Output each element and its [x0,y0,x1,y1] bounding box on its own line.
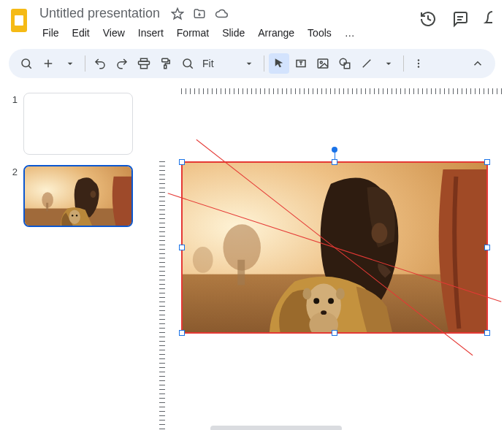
ruler-corner [153,82,167,96]
toolbar: Fit [9,49,495,78]
separator [264,55,264,72]
resize-handle-ml[interactable] [179,245,185,250]
svg-point-43 [372,223,388,243]
thumbnail-panel: 1 2 [0,82,153,430]
separator [85,55,85,72]
menu-file[interactable]: File [37,24,65,42]
svg-point-29 [417,66,419,67]
menu-insert[interactable]: Insert [132,24,169,42]
thumbnail-blank [24,93,132,154]
menu-bar: File Edit View Insert Format Slide Arran… [37,24,419,42]
document-title[interactable]: Untitled presentation [37,4,163,23]
slides-logo[interactable] [9,7,29,34]
svg-point-28 [417,63,419,64]
svg-rect-21 [318,59,328,68]
svg-point-46 [313,298,319,304]
resize-handle-tr[interactable] [484,159,490,165]
svg-point-42 [193,247,213,273]
rotate-handle[interactable] [332,147,337,153]
undo-button[interactable] [90,53,110,74]
title-area: Untitled presentation File Edit View Ins… [37,4,419,42]
svg-point-36 [72,215,73,216]
more-tools-button[interactable] [408,53,429,74]
svg-rect-12 [141,65,148,69]
svg-point-49 [302,288,311,299]
star-icon[interactable] [170,7,185,21]
menu-slide[interactable]: Slide [216,24,251,42]
resize-handle-tm[interactable] [332,159,337,165]
thumbnail-number: 1 [7,93,18,105]
thumbnail-slide-2[interactable] [23,165,133,227]
svg-rect-14 [164,65,167,69]
menu-tools[interactable]: Tools [302,24,337,42]
scrollbar-thumb[interactable] [210,426,342,430]
thumbnail-row: 1 [7,93,146,155]
svg-point-22 [320,61,322,64]
app-header: Untitled presentation File Edit View Ins… [0,0,504,42]
slide-canvas-area [153,82,504,430]
redo-button[interactable] [112,53,132,74]
line-tool-dropdown[interactable] [378,53,399,74]
menu-edit[interactable]: Edit [66,24,96,42]
menu-view[interactable]: View [97,24,131,42]
print-button[interactable] [134,53,154,74]
thumbnail-number: 2 [7,165,18,177]
svg-marker-3 [172,8,183,18]
thumbnail-row: 2 [7,165,146,227]
line-tool[interactable] [356,53,377,74]
svg-point-47 [328,298,334,304]
thumbnail-slide-1[interactable] [23,93,133,155]
notifications-icon[interactable] [484,10,492,28]
resize-handle-tl[interactable] [179,159,185,165]
menu-more[interactable]: … [339,24,361,42]
thumbnail-image-preview [25,166,131,226]
svg-marker-26 [386,63,391,65]
menu-format[interactable]: Format [171,24,215,42]
paint-format-button[interactable] [156,53,176,74]
zoom-control[interactable]: Fit [177,53,259,74]
svg-rect-33 [46,203,48,212]
comment-icon[interactable] [451,10,469,28]
toolbar-container: Fit [0,45,504,82]
vertical-ruler[interactable] [153,96,167,430]
svg-rect-41 [237,260,245,285]
svg-point-48 [321,310,327,315]
header-right [419,4,495,28]
svg-rect-13 [162,58,168,62]
resize-handle-mr[interactable] [484,245,490,250]
main-area: 1 2 [0,82,504,430]
collapse-toolbar-button[interactable] [467,53,488,74]
separator [403,55,404,72]
zoom-dropdown[interactable] [239,53,259,74]
search-menus-button[interactable] [16,53,37,74]
svg-point-35 [69,210,80,223]
selected-image-object[interactable] [181,161,488,334]
horizontal-ruler[interactable] [167,82,504,96]
textbox-tool[interactable] [291,53,311,74]
new-slide-button[interactable] [38,53,58,74]
select-tool[interactable] [269,53,289,74]
svg-marker-10 [68,63,73,65]
shape-tool[interactable] [335,53,355,74]
svg-rect-24 [344,63,350,69]
svg-point-34 [91,191,96,198]
zoom-label: Fit [201,58,215,69]
svg-point-27 [417,59,419,61]
svg-point-15 [183,59,191,67]
slide-viewport[interactable] [167,96,504,430]
image-tool[interactable] [313,53,333,74]
svg-line-7 [28,66,31,68]
svg-point-23 [340,58,346,65]
horizontal-scrollbar[interactable] [167,425,504,430]
resize-handle-br[interactable] [484,330,490,336]
new-slide-dropdown[interactable] [60,53,80,74]
resize-handle-bm[interactable] [332,330,337,336]
resize-handle-bl[interactable] [179,330,185,336]
svg-point-37 [76,215,77,216]
history-icon[interactable] [419,10,437,28]
move-to-folder-icon[interactable] [192,7,207,21]
cloud-save-icon[interactable] [214,7,229,21]
menu-arrange[interactable]: Arrange [252,24,300,42]
zoom-icon [177,53,198,74]
svg-line-16 [190,66,192,68]
